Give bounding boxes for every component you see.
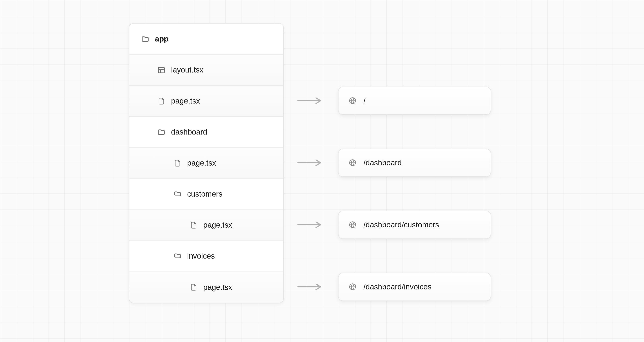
file-icon: [190, 221, 198, 229]
folder-icon: [174, 252, 182, 260]
route-path: /dashboard/customers: [364, 221, 439, 229]
tree-file-row: page.tsx: [129, 86, 283, 117]
tree-label: invoices: [187, 252, 215, 260]
arrow-right-icon: [297, 97, 323, 105]
tree-file-row: page.tsx: [129, 148, 283, 179]
tree-label: app: [155, 35, 169, 43]
tree-label: page.tsx: [171, 97, 200, 105]
globe-icon: [348, 283, 356, 291]
route-path: /: [364, 97, 366, 105]
tree-label: customers: [187, 190, 222, 198]
file-icon: [158, 97, 166, 105]
diagram-stage: app layout.tsx page.tsx: [0, 0, 644, 342]
file-icon: [190, 283, 198, 291]
layout-icon: [158, 66, 166, 74]
tree-folder-row: customers: [129, 179, 283, 210]
tree-label: layout.tsx: [171, 66, 204, 74]
route-pill: /: [338, 87, 491, 115]
route-path: /dashboard: [364, 159, 402, 167]
tree-label: dashboard: [171, 128, 207, 136]
file-tree-panel: app layout.tsx page.tsx: [129, 23, 284, 303]
svg-rect-0: [158, 67, 164, 73]
globe-icon: [348, 221, 356, 229]
globe-icon: [348, 97, 356, 105]
arrow-right-icon: [297, 283, 323, 291]
route-pill: /dashboard: [338, 149, 491, 177]
tree-label: page.tsx: [187, 159, 216, 167]
tree-label: page.tsx: [203, 283, 232, 292]
folder-icon: [141, 35, 149, 43]
tree-label: page.tsx: [203, 221, 232, 229]
folder-icon: [158, 128, 166, 136]
globe-icon: [348, 159, 356, 167]
arrow-right-icon: [297, 221, 323, 229]
arrow-right-icon: [297, 159, 323, 167]
folder-icon: [174, 190, 182, 198]
tree-file-row: layout.tsx: [129, 55, 283, 86]
tree-root-row: app: [129, 24, 283, 55]
tree-folder-row: dashboard: [129, 117, 283, 148]
tree-folder-row: invoices: [129, 241, 283, 272]
tree-file-row: page.tsx: [129, 272, 283, 303]
tree-file-row: page.tsx: [129, 210, 283, 241]
route-pill: /dashboard/invoices: [338, 273, 491, 301]
route-path: /dashboard/invoices: [364, 283, 432, 291]
file-icon: [174, 159, 182, 167]
route-pill: /dashboard/customers: [338, 211, 491, 239]
